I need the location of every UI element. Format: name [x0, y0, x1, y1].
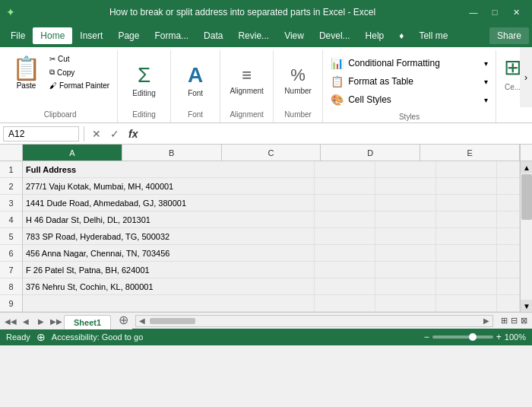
cell-c2[interactable]: [375, 178, 436, 194]
minimize-button[interactable]: —: [464, 2, 483, 22]
cell-e8[interactable]: [497, 278, 520, 294]
sheet-nav-right-right[interactable]: ▶▶: [49, 314, 64, 329]
cell-e7[interactable]: [497, 262, 520, 278]
row-num-1[interactable]: 1: [0, 161, 22, 178]
fx-button[interactable]: fx: [125, 126, 141, 141]
cell-d2[interactable]: [436, 178, 497, 194]
col-header-b[interactable]: B: [122, 145, 222, 161]
cell-e4[interactable]: [497, 211, 520, 227]
row-num-7[interactable]: 7: [0, 262, 22, 278]
menu-file[interactable]: File: [3, 27, 33, 44]
row-num-2[interactable]: 2: [0, 178, 22, 195]
close-button[interactable]: ✕: [506, 2, 526, 22]
cell-c7[interactable]: [375, 262, 436, 278]
cell-c1[interactable]: [375, 161, 436, 177]
paste-button[interactable]: 📋 Paste: [8, 52, 45, 93]
editing-button[interactable]: Σ Editing: [128, 60, 160, 100]
cell-a7[interactable]: F 26 Patel St, Patna, BH, 624001: [23, 262, 315, 278]
cell-d5[interactable]: [436, 228, 497, 244]
cell-e1[interactable]: [497, 161, 520, 177]
page-break-btn[interactable]: ⊠: [521, 316, 527, 326]
menu-data[interactable]: Data: [196, 27, 230, 44]
number-button[interactable]: % Number: [280, 62, 316, 98]
sheet-nav-left-left[interactable]: ◀◀: [3, 314, 18, 329]
cell-b9[interactable]: [315, 295, 375, 311]
cell-b1[interactable]: [315, 161, 375, 177]
layout-view-btn[interactable]: ⊟: [511, 316, 518, 326]
sheet-nav-left[interactable]: ◀: [18, 314, 33, 329]
cell-c6[interactable]: [375, 245, 436, 261]
h-scroll-thumb[interactable]: [150, 318, 195, 324]
row-num-3[interactable]: 3: [0, 195, 22, 211]
cancel-button[interactable]: ✕: [89, 126, 104, 141]
zoom-minus-button[interactable]: −: [424, 332, 429, 342]
col-header-c[interactable]: C: [222, 145, 321, 161]
cell-a3[interactable]: 1441 Dude Road, Ahmedabad, GJ, 380001: [23, 195, 315, 211]
zoom-thumb[interactable]: [469, 333, 477, 341]
format-as-table-button[interactable]: 📋 Format as Table ▾: [328, 73, 491, 90]
cell-a1[interactable]: Full Address: [23, 161, 315, 177]
maximize-button[interactable]: □: [485, 2, 505, 22]
alignment-button[interactable]: ≡ Alignment: [225, 62, 268, 98]
menu-insert[interactable]: Insert: [72, 27, 110, 44]
ribbon-scroll-button[interactable]: ›: [520, 47, 532, 107]
scrollbar-thumb[interactable]: [521, 174, 532, 220]
col-header-a[interactable]: A: [23, 145, 122, 161]
menu-share[interactable]: Share: [489, 27, 529, 44]
zoom-slider[interactable]: [432, 335, 493, 339]
menu-diamond[interactable]: ♦: [391, 27, 411, 44]
cell-d9[interactable]: [436, 295, 497, 311]
cell-b4[interactable]: [315, 211, 375, 227]
cell-a9[interactable]: [23, 295, 315, 311]
cell-a4[interactable]: H 46 Dadar St, Delhi, DL, 201301: [23, 211, 315, 227]
row-num-6[interactable]: 6: [0, 245, 22, 262]
format-painter-button[interactable]: 🖌 Format Painter: [46, 80, 112, 91]
conditional-formatting-button[interactable]: 📊 Conditional Formatting ▾: [328, 55, 491, 72]
scroll-up-button[interactable]: ▲: [521, 161, 532, 173]
cell-b3[interactable]: [315, 195, 375, 211]
menu-format[interactable]: Forma...: [147, 27, 196, 44]
cell-b7[interactable]: [315, 262, 375, 278]
cell-d7[interactable]: [436, 262, 497, 278]
col-header-e[interactable]: E: [420, 145, 520, 161]
confirm-button[interactable]: ✓: [107, 126, 122, 141]
cell-c3[interactable]: [375, 195, 436, 211]
menu-page[interactable]: Page: [110, 27, 147, 44]
cell-e9[interactable]: [497, 295, 520, 311]
cell-a8[interactable]: 376 Nehru St, Cochin, KL, 800001: [23, 278, 315, 294]
cell-a5[interactable]: 783 SP Road, Hyderabad, TG, 500032: [23, 228, 315, 244]
cell-c4[interactable]: [375, 211, 436, 227]
sheet-nav-right[interactable]: ▶: [33, 314, 49, 329]
cell-d3[interactable]: [436, 195, 497, 211]
menu-developer[interactable]: Devel...: [312, 27, 358, 44]
cell-d8[interactable]: [436, 278, 497, 294]
row-num-5[interactable]: 5: [0, 228, 22, 245]
menu-home[interactable]: Home: [33, 27, 72, 44]
cell-e6[interactable]: [497, 245, 520, 261]
cell-c8[interactable]: [375, 278, 436, 294]
scrollbar-track[interactable]: [521, 173, 532, 300]
font-button[interactable]: A Font: [180, 60, 211, 100]
sheet-tab-sheet1[interactable]: Sheet1: [64, 315, 111, 329]
cell-b6[interactable]: [315, 245, 375, 261]
row-num-4[interactable]: 4: [0, 211, 22, 228]
tell-me[interactable]: Tell me: [411, 27, 455, 44]
cell-d1[interactable]: [436, 161, 497, 177]
cell-d4[interactable]: [436, 211, 497, 227]
cell-c9[interactable]: [375, 295, 436, 311]
h-scroll-left-button[interactable]: ◀: [136, 316, 148, 325]
add-sheet-button[interactable]: ⊕: [114, 311, 132, 329]
col-header-d[interactable]: D: [321, 145, 420, 161]
cell-d6[interactable]: [436, 245, 497, 261]
cell-e5[interactable]: [497, 228, 520, 244]
name-box[interactable]: [3, 126, 79, 141]
horizontal-scrollbar[interactable]: ◀ ▶: [135, 315, 493, 327]
cell-c5[interactable]: [375, 228, 436, 244]
scroll-down-button[interactable]: ▼: [521, 300, 532, 312]
menu-review[interactable]: Revie...: [230, 27, 277, 44]
page-view-btn[interactable]: ⊞: [501, 316, 508, 326]
h-scroll-right-button[interactable]: ▶: [480, 316, 492, 325]
menu-view[interactable]: View: [277, 27, 312, 44]
row-num-8[interactable]: 8: [0, 278, 22, 295]
copy-button[interactable]: ⧉ Copy: [46, 66, 112, 78]
